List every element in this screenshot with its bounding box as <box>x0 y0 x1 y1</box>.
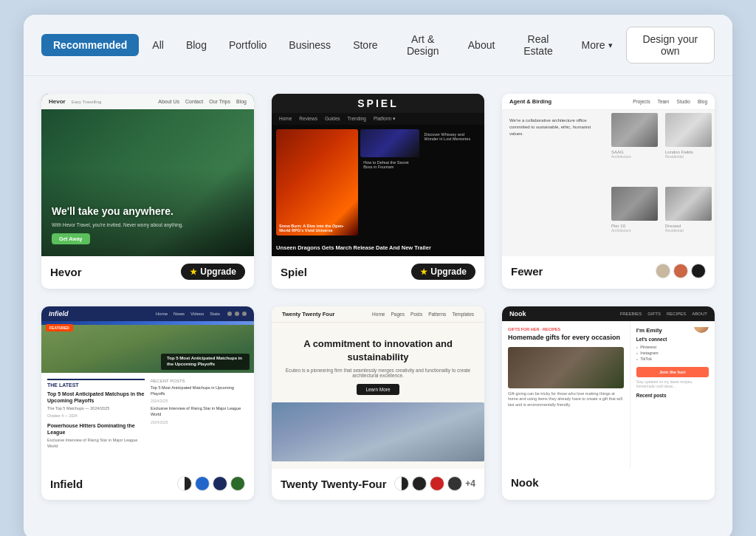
tab-store[interactable]: Store <box>344 34 386 56</box>
fewer-gallery-image-2 <box>665 113 712 147</box>
swatch-dark[interactable] <box>412 476 427 491</box>
hevor-logo: Hevor <box>49 98 66 105</box>
theme-card-twentytwentyfour[interactable]: Twenty Twenty Four Home Pages Posts Patt… <box>272 306 484 500</box>
tt4-info: Twenty Twenty-Four +4 <box>272 469 484 500</box>
swatch-red[interactable] <box>430 476 444 491</box>
infield-swatches <box>177 476 245 491</box>
fewer-preview: Agent & Birding Projects Team Studio Blo… <box>502 94 715 256</box>
theme-card-infield[interactable]: Infield Home News Videos Stats <box>41 306 254 500</box>
nook-info: Nook <box>502 469 715 498</box>
swatch-tan[interactable] <box>656 264 670 278</box>
spiel-logo: SPIEL <box>357 97 398 109</box>
infield-name: Infield <box>50 478 83 490</box>
tab-recommended[interactable]: Recommended <box>41 34 139 56</box>
spiel-info: Spiel ★ Upgrade <box>272 256 484 289</box>
star-icon: ★ <box>190 267 197 277</box>
fewer-gallery-image-3 <box>611 187 658 221</box>
tt4-cta-button[interactable]: Learn More <box>357 384 399 395</box>
tt4-hero: A commitment to innovation and sustainab… <box>272 323 484 402</box>
tt4-building-image <box>272 402 484 461</box>
infield-info: Infield <box>41 469 254 500</box>
spiel-main-image: Snow Burn: A Dive into the Open-World RP… <box>276 129 358 236</box>
swatch-blue[interactable] <box>195 476 210 491</box>
tab-realestate[interactable]: Real Estate <box>508 28 568 62</box>
main-container: Recommended All Blog Portfolio Business … <box>24 15 732 536</box>
fewer-gallery-image-1 <box>611 113 658 147</box>
theme-card-spiel[interactable]: SPIEL Home Reviews Guides Trending Platf… <box>272 94 484 289</box>
swatch-green[interactable] <box>230 476 245 491</box>
fewer-name: Fewer <box>511 265 543 278</box>
theme-card-fewer[interactable]: Agent & Birding Projects Team Studio Blo… <box>502 94 715 289</box>
swatch-half[interactable] <box>177 476 192 491</box>
theme-card-nook[interactable]: Nook FREEBIES GIFTS RECIPES ABOUT GIFTS … <box>502 306 715 500</box>
hevor-hero: We'll take you anywhere. With Hevor Trav… <box>41 109 254 256</box>
tab-business[interactable]: Business <box>280 34 340 56</box>
nook-preview: Nook FREEBIES GIFTS RECIPES ABOUT GIFTS … <box>502 306 715 469</box>
tab-all[interactable]: All <box>143 34 173 56</box>
spiel-upgrade-badge[interactable]: ★ Upgrade <box>411 264 475 280</box>
spiel-name: Spiel <box>281 266 307 278</box>
spiel-side-image-1 <box>360 129 419 157</box>
tt4-name: Twenty Twenty-Four <box>281 478 387 490</box>
hevor-preview: Hevor Easy Travelling About Us Contact O… <box>41 94 254 256</box>
tt4-swatches: +4 <box>394 476 475 491</box>
theme-grid: Hevor Easy Travelling About Us Contact O… <box>24 76 732 518</box>
tab-about[interactable]: About <box>459 34 504 56</box>
swatch-half[interactable] <box>394 476 409 491</box>
nav-bar: Recommended All Blog Portfolio Business … <box>24 15 732 76</box>
swatch-black[interactable] <box>691 264 706 278</box>
theme-card-hevor[interactable]: Hevor Easy Travelling About Us Contact O… <box>41 94 254 289</box>
swatch-darkblue[interactable] <box>213 476 227 491</box>
design-your-own-button[interactable]: Design your own <box>626 27 715 63</box>
hevor-name: Hevor <box>50 266 82 278</box>
nook-product-image <box>508 347 624 388</box>
infield-preview: Infield Home News Videos Stats <box>41 306 254 469</box>
nook-name: Nook <box>511 476 539 489</box>
tt4-preview: Twenty Twenty Four Home Pages Posts Patt… <box>272 306 484 469</box>
hevor-info: Hevor ★ Upgrade <box>41 256 254 289</box>
chevron-down-icon: ▾ <box>608 41 613 50</box>
tab-artdesign[interactable]: Art & Design <box>391 28 455 62</box>
infield-logo: Infield <box>49 310 69 317</box>
fewer-info: Fewer <box>502 256 715 287</box>
swatch-dark2[interactable] <box>447 476 462 491</box>
fewer-gallery-image-4 <box>665 187 712 221</box>
star-icon: ★ <box>420 267 427 277</box>
tab-portfolio[interactable]: Portfolio <box>220 34 275 56</box>
hevor-upgrade-badge[interactable]: ★ Upgrade <box>181 264 245 280</box>
tab-blog[interactable]: Blog <box>177 34 216 56</box>
swatch-plus-count: +4 <box>465 478 475 489</box>
nook-join-button[interactable]: Join the fun! <box>636 367 709 377</box>
spiel-preview: SPIEL Home Reviews Guides Trending Platf… <box>272 94 484 256</box>
swatch-coral[interactable] <box>673 264 688 278</box>
tab-more[interactable]: More ▾ <box>573 34 622 56</box>
hevor-cta-button[interactable]: Get Away <box>52 233 90 244</box>
fewer-logo: Agent & Birding <box>509 98 551 105</box>
infield-hero-image: FEATURED Top 5 Most Anticipated Matchups… <box>41 321 254 373</box>
fewer-swatches <box>656 264 706 278</box>
nook-logo: Nook <box>509 310 526 317</box>
